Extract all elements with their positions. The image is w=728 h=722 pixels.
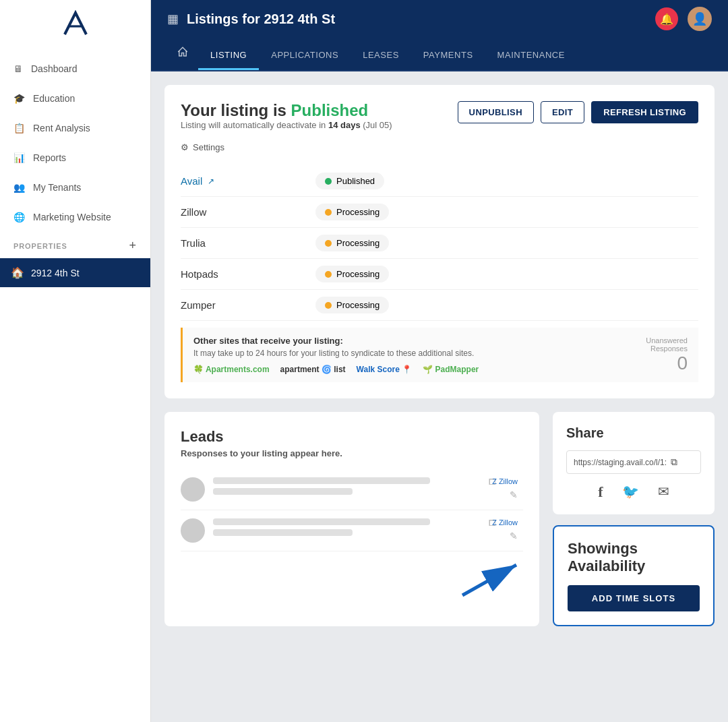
lead-bar-wide-2 [213, 518, 430, 525]
tab-leases[interactable]: LEASES [351, 42, 411, 70]
zillow-source-icon: Z [492, 477, 497, 485]
other-sites-title: Other sites that receive your listing: [193, 336, 646, 346]
sidebar-toggle-button[interactable]: ▦ [167, 11, 179, 26]
sidebar-item-marketing-website[interactable]: 🌐 Marketing Website [0, 202, 150, 232]
listing-headline: Your listing is Published Listing will a… [181, 101, 392, 140]
lead-avatar-2 [181, 518, 205, 543]
platform-row-avail: Avail ↗ Published [181, 166, 698, 197]
marketing-icon: 🌐 [13, 212, 25, 222]
page-title: Listings for 2912 4th St [187, 11, 335, 27]
leads-title: Leads [181, 428, 523, 446]
add-property-button[interactable]: + [129, 239, 137, 253]
unanswered-count: 0 [646, 353, 688, 374]
property-name: 2912 4th St [31, 268, 80, 278]
notifications-button[interactable]: 🔔 [655, 7, 678, 30]
zillow-source-icon-2: Z [492, 518, 497, 527]
avatar-image: 👤 [692, 11, 707, 26]
other-sites-desc: It may take up to 24 hours for your list… [193, 349, 646, 358]
platform-name-hotpads: Hotpads [181, 268, 315, 280]
refresh-listing-button[interactable]: REFRESH LISTING [591, 101, 698, 123]
other-sites-right: UnansweredResponses 0 [646, 336, 688, 374]
unpublish-button[interactable]: UNPUBLISH [458, 101, 534, 123]
sidebar-item-my-tenants[interactable]: 👥 My Tenants [0, 173, 150, 202]
tab-maintenance[interactable]: MAINTENANCE [485, 42, 577, 70]
padmapper-logo: 🌱 PadMapper [423, 365, 479, 374]
app-logo-icon [59, 10, 92, 37]
tab-payments[interactable]: PAYMENTS [411, 42, 485, 70]
platform-name-trulia: Trulia [181, 237, 315, 249]
apartment-list-logo: apartment 🌀 list [280, 365, 346, 374]
lead-bar-wide-1 [213, 477, 430, 484]
walk-score-logo: Walk Score 📍 [357, 365, 413, 374]
add-time-slots-button[interactable]: ADD TIME SLOTS [568, 585, 700, 611]
hotpads-status-badge: Processing [315, 266, 389, 282]
listing-header: Your listing is Published Listing will a… [181, 101, 698, 140]
sidebar-item-reports[interactable]: 📊 Reports [0, 143, 150, 173]
sidebar-item-dashboard[interactable]: 🖥 Dashboard [0, 54, 150, 84]
avail-link[interactable]: Avail [181, 175, 202, 187]
edit-button[interactable]: EDIT [541, 101, 584, 123]
sidebar-logo [0, 0, 150, 47]
facebook-share-button[interactable]: f [598, 483, 603, 501]
property-home-icon: 🏠 [11, 266, 24, 279]
tab-home[interactable] [167, 38, 198, 70]
showings-card: ShowingsAvailability ADD TIME SLOTS [553, 525, 715, 626]
right-column: Share https://staging.avail.co/l/1: ⧉ f … [553, 412, 715, 626]
status-dot-yellow-hotpads [325, 271, 332, 278]
platform-row-zillow: Zillow Processing [181, 197, 698, 228]
sidebar-property-item[interactable]: 🏠 2912 4th St [0, 258, 150, 287]
sidebar-item-rent-analysis[interactable]: 📋 Rent Analysis [0, 113, 150, 143]
sidebar-item-education[interactable]: 🎓 Education [0, 84, 150, 113]
properties-section-label: PROPERTIES + [0, 232, 150, 255]
topbar-left: ▦ Listings for 2912 4th St [167, 11, 335, 27]
share-url-text: https://staging.avail.co/l/1: [574, 458, 667, 467]
platform-name-zumper: Zumper [181, 299, 315, 311]
lead-item-1: ⧠ Z Zillow ✎ [181, 469, 523, 510]
zillow-status-text: Processing [336, 207, 380, 217]
headline-prefix: Your listing is [181, 101, 291, 119]
zillow-status-badge: Processing [315, 204, 389, 220]
settings-link[interactable]: ⚙ Settings [181, 142, 698, 152]
education-icon: 🎓 [13, 93, 25, 104]
user-avatar[interactable]: 👤 [688, 7, 712, 31]
bell-icon: 🔔 [660, 13, 673, 26]
lead-bar-medium-2 [213, 529, 353, 536]
listing-card: Your listing is Published Listing will a… [164, 85, 715, 398]
trulia-status-badge: Processing [315, 235, 389, 251]
sidebar-item-label: Rent Analysis [33, 123, 90, 133]
sidebar-item-label: My Tenants [33, 182, 81, 193]
main-content: ▦ Listings for 2912 4th St 🔔 👤 LISTING A… [151, 0, 728, 722]
share-title: Share [566, 425, 701, 441]
share-card: Share https://staging.avail.co/l/1: ⧉ f … [553, 412, 715, 514]
tab-applications[interactable]: APPLICATIONS [259, 42, 351, 70]
trulia-status-text: Processing [336, 238, 380, 248]
lead-content-1 [213, 477, 523, 499]
showings-title: ShowingsAvailability [568, 540, 700, 576]
edit-lead-2[interactable]: ✎ [510, 531, 518, 541]
platform-name-zillow: Zillow [181, 206, 315, 218]
hotpads-status-text: Processing [336, 269, 380, 279]
lead-item-2: ⧠ Z Zillow ✎ [181, 510, 523, 551]
tab-listing[interactable]: LISTING [198, 42, 259, 70]
avail-status-badge: Published [315, 173, 384, 189]
rent-analysis-icon: 📋 [13, 123, 25, 133]
topbar: ▦ Listings for 2912 4th St 🔔 👤 [151, 0, 728, 38]
sidebar-item-label: Reports [33, 152, 66, 163]
platform-row-hotpads: Hotpads Processing [181, 259, 698, 290]
platform-row-trulia: Trulia Processing [181, 228, 698, 259]
platform-row-zumper: Zumper Processing [181, 290, 698, 321]
copy-url-button[interactable]: ⧉ [671, 456, 677, 468]
lead-bar-medium-1 [213, 488, 353, 495]
share-social-icons: f 🐦 ✉ [566, 483, 701, 501]
email-share-button[interactable]: ✉ [658, 483, 669, 501]
sidebar-item-label: Education [33, 93, 75, 104]
lead-source-2: Z Zillow [492, 518, 518, 527]
svg-line-1 [462, 565, 516, 595]
apartments-logo: 🍀 Apartments.com [193, 365, 270, 374]
twitter-share-button[interactable]: 🐦 [622, 483, 639, 501]
unanswered-label: UnansweredResponses [646, 336, 688, 353]
gear-icon: ⚙ [181, 142, 189, 152]
edit-lead-1[interactable]: ✎ [510, 489, 518, 500]
external-link-icon: ↗ [208, 177, 214, 186]
avail-status-text: Published [336, 176, 375, 186]
